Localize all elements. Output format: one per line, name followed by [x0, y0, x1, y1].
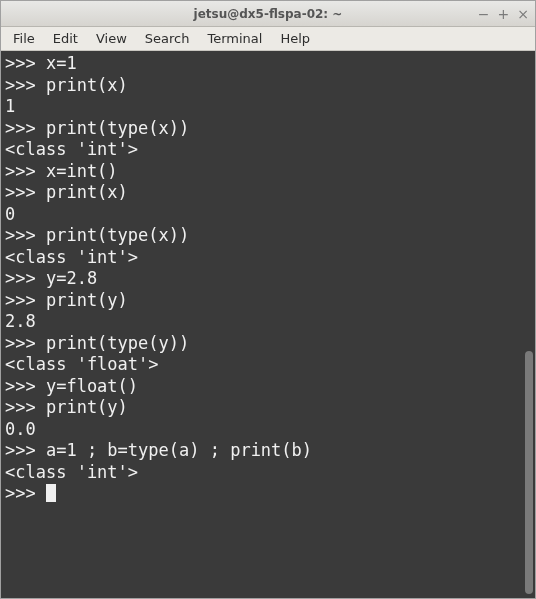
- scrollbar[interactable]: [523, 51, 535, 598]
- terminal-window: jetsu@dx5-flspa-02: ~ − + × File Edit Vi…: [0, 0, 536, 599]
- menu-search[interactable]: Search: [137, 29, 198, 48]
- menu-terminal[interactable]: Terminal: [199, 29, 270, 48]
- titlebar[interactable]: jetsu@dx5-flspa-02: ~ − + ×: [1, 1, 535, 27]
- cursor: [46, 484, 56, 502]
- menubar: File Edit View Search Terminal Help: [1, 27, 535, 51]
- scrollbar-thumb[interactable]: [525, 351, 533, 594]
- menu-view[interactable]: View: [88, 29, 135, 48]
- terminal-area: >>> x=1 >>> print(x) 1 >>> print(type(x)…: [1, 51, 535, 598]
- window-title: jetsu@dx5-flspa-02: ~: [194, 7, 343, 21]
- window-controls: − + ×: [478, 1, 529, 26]
- minimize-icon[interactable]: −: [478, 7, 490, 21]
- close-icon[interactable]: ×: [517, 7, 529, 21]
- menu-help[interactable]: Help: [272, 29, 318, 48]
- menu-edit[interactable]: Edit: [45, 29, 86, 48]
- maximize-icon[interactable]: +: [498, 7, 510, 21]
- terminal-output[interactable]: >>> x=1 >>> print(x) 1 >>> print(type(x)…: [1, 51, 523, 598]
- prompt: >>>: [5, 483, 46, 503]
- menu-file[interactable]: File: [5, 29, 43, 48]
